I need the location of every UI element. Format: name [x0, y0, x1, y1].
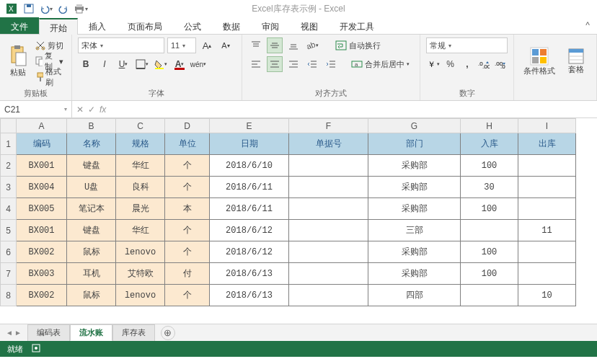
cell[interactable]: 11	[518, 220, 576, 241]
cell[interactable]	[518, 155, 576, 177]
cell[interactable]: 2018/6/10	[210, 155, 289, 177]
cell[interactable]: 个	[165, 241, 210, 263]
decrease-indent-icon[interactable]	[304, 56, 320, 72]
cell[interactable]: 四部	[368, 285, 461, 306]
enter-formula-icon[interactable]: ✓	[88, 105, 95, 115]
row-header[interactable]: 4	[1, 198, 17, 220]
col-header[interactable]: H	[461, 119, 518, 133]
collapse-ribbon-icon[interactable]: ^	[578, 17, 597, 34]
cell[interactable]: 耳机	[67, 263, 116, 285]
cell[interactable]	[289, 263, 368, 285]
undo-icon[interactable]: ▾	[39, 1, 53, 16]
tab-home[interactable]: 开始	[39, 18, 78, 35]
currency-icon[interactable]: ￥▾	[426, 56, 441, 72]
grow-font-icon[interactable]: A▴	[199, 37, 215, 53]
header-cell[interactable]: 规格	[116, 133, 165, 155]
font-family-select[interactable]: 宋体▾	[78, 37, 164, 53]
row-header[interactable]: 6	[1, 241, 17, 263]
font-size-select[interactable]: 11▾	[167, 37, 196, 53]
cell[interactable]: BX001	[17, 155, 67, 177]
fill-color-button[interactable]: ▾	[153, 56, 169, 72]
tab-review[interactable]: 审阅	[251, 17, 290, 34]
cell[interactable]: BX002	[17, 241, 67, 263]
tab-view[interactable]: 视图	[290, 17, 329, 34]
macro-record-icon[interactable]	[32, 344, 40, 354]
cell[interactable]: 采购部	[368, 155, 461, 177]
cell[interactable]: BX001	[17, 220, 67, 241]
cell[interactable]: 采购部	[368, 177, 461, 198]
format-painter-button[interactable]: 格式刷	[33, 70, 66, 84]
cell[interactable]: 100	[461, 155, 518, 177]
col-header[interactable]: F	[289, 119, 368, 133]
sheet-nav-next-icon[interactable]: ►	[14, 329, 22, 337]
cell[interactable]: 100	[461, 241, 518, 263]
align-left-icon[interactable]	[248, 56, 264, 72]
cell[interactable]	[518, 198, 576, 220]
header-cell[interactable]: 部门	[368, 133, 461, 155]
number-format-select[interactable]: 常规▾	[426, 37, 508, 53]
merge-center-button[interactable]: a合并后居中▾	[349, 57, 412, 71]
cell[interactable]: 键盘	[67, 155, 116, 177]
cell[interactable]: BX005	[17, 198, 67, 220]
cell[interactable]: 采购部	[368, 198, 461, 220]
table-row[interactable]: 3BX004U盘良科个2018/6/11采购部30	[1, 177, 576, 198]
decrease-decimal-icon[interactable]: .00.0	[494, 56, 508, 72]
sheet-tab[interactable]: 流水账	[70, 324, 112, 341]
cell[interactable]: BX004	[17, 177, 67, 198]
cell[interactable]: 笔记本	[67, 198, 116, 220]
cell[interactable]	[518, 263, 576, 285]
cell[interactable]: 10	[518, 285, 576, 306]
cell[interactable]: 个	[165, 155, 210, 177]
conditional-format-button[interactable]: 条件格式	[520, 47, 559, 76]
header-cell[interactable]: 名称	[67, 133, 116, 155]
cell[interactable]: BX002	[17, 285, 67, 306]
col-header[interactable]: I	[518, 119, 576, 133]
cell[interactable]: 三部	[368, 220, 461, 241]
cell[interactable]: 采购部	[368, 241, 461, 263]
cell[interactable]: 晨光	[116, 198, 165, 220]
cell[interactable]: 键盘	[67, 220, 116, 241]
cell[interactable]: 30	[461, 177, 518, 198]
cell[interactable]: 100	[461, 263, 518, 285]
col-header[interactable]: G	[368, 119, 461, 133]
tab-insert[interactable]: 插入	[78, 17, 117, 34]
col-header[interactable]: E	[210, 119, 289, 133]
font-color-button[interactable]: A▾	[172, 56, 187, 72]
column-headers[interactable]: A B C D E F G H I	[1, 119, 576, 133]
cell[interactable]	[289, 241, 368, 263]
cell[interactable]: 华红	[116, 155, 165, 177]
sheet-tab[interactable]: 库存表	[112, 324, 155, 341]
row-header[interactable]: 7	[1, 263, 17, 285]
header-cell[interactable]: 出库	[518, 133, 576, 155]
fx-icon[interactable]: fx	[100, 105, 106, 115]
cell[interactable]	[461, 285, 518, 306]
cell[interactable]: 2018/6/12	[210, 220, 289, 241]
cell[interactable]: 良科	[116, 177, 165, 198]
wrap-text-button[interactable]: 自动换行	[333, 38, 383, 53]
cell[interactable]	[289, 177, 368, 198]
tab-data[interactable]: 数据	[212, 17, 251, 34]
border-button[interactable]: ▾	[134, 56, 150, 72]
tab-dev[interactable]: 开发工具	[329, 17, 385, 34]
name-box[interactable]: C21▾	[0, 101, 72, 117]
cell[interactable]: BX003	[17, 263, 67, 285]
formula-input[interactable]	[110, 101, 597, 117]
table-row[interactable]: 5BX001键盘华红个2018/6/12三部11	[1, 220, 576, 241]
cell[interactable]: 100	[461, 198, 518, 220]
align-center-icon[interactable]	[267, 56, 283, 72]
save-icon[interactable]	[22, 1, 36, 16]
cell[interactable]: lenovo	[116, 241, 165, 263]
cell[interactable]: 2018/6/13	[210, 263, 289, 285]
format-table-button[interactable]: 套格	[562, 48, 591, 75]
cell[interactable]: 2018/6/11	[210, 198, 289, 220]
cell[interactable]	[289, 285, 368, 306]
cell[interactable]	[289, 155, 368, 177]
header-cell[interactable]: 单据号	[289, 133, 368, 155]
cell[interactable]: 华红	[116, 220, 165, 241]
row-header[interactable]: 3	[1, 177, 17, 198]
align-right-icon[interactable]	[286, 56, 301, 72]
col-header[interactable]: A	[17, 119, 67, 133]
table-header-row[interactable]: 1编码名称规格单位日期单据号部门入库出库	[1, 133, 576, 155]
worksheet-grid[interactable]: A B C D E F G H I 1编码名称规格单位日期单据号部门入库出库2B…	[0, 118, 597, 324]
row-header[interactable]: 8	[1, 285, 17, 306]
